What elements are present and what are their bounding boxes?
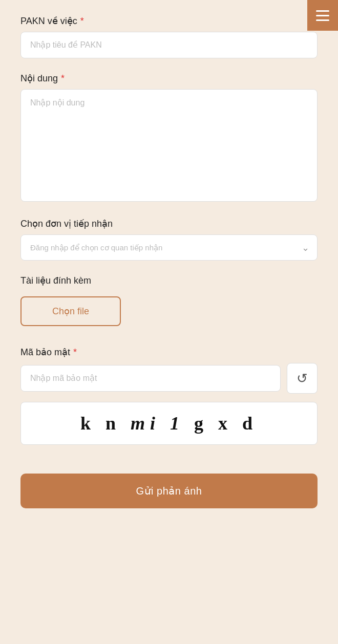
security-input-row: ↺ [20, 363, 318, 394]
noidung-textarea[interactable] [20, 89, 318, 202]
donvi-label: Chọn đơn vị tiếp nhận [20, 218, 318, 229]
noidung-required-star: * [61, 73, 65, 84]
submit-button[interactable]: Gửi phản ánh [20, 474, 318, 508]
hamburger-line-3 [316, 19, 329, 21]
refresh-captcha-button[interactable]: ↺ [287, 363, 318, 394]
captcha-char-mi: mi [131, 413, 170, 434]
attachment-section: Tài liệu đính kèm Chọn file [20, 275, 318, 326]
page-container: PAKN về việc * Nội dung * Chọn đơn vị ti… [0, 0, 338, 644]
noidung-section: Nội dung * [20, 73, 318, 204]
tailieu-label: Tài liệu đính kèm [20, 275, 318, 286]
security-section: Mã bảo mật * ↺ k n mi 1 g x d [20, 347, 318, 445]
noidung-label: Nội dung * [20, 73, 318, 84]
captcha-display: k n mi 1 g x d [20, 402, 318, 445]
captcha-char-d: d [242, 413, 258, 434]
captcha-char-1: 1 [170, 413, 194, 434]
captcha-char-x: x [218, 413, 242, 434]
pakn-section: PAKN về việc * [20, 15, 318, 58]
pakn-input[interactable] [20, 32, 318, 58]
security-code-input[interactable] [20, 365, 281, 392]
captcha-char-n: n [105, 413, 131, 434]
hamburger-line-1 [316, 10, 329, 12]
donvi-select-wrapper: Đăng nhập để chọn cơ quan tiếp nhận ⌄ [20, 234, 318, 261]
donvi-section: Chọn đơn vị tiếp nhận Đăng nhập để chọn … [20, 218, 318, 261]
captcha-char-g: g [194, 413, 218, 434]
refresh-icon: ↺ [297, 371, 308, 387]
hamburger-line-2 [316, 15, 329, 16]
donvi-select[interactable]: Đăng nhập để chọn cơ quan tiếp nhận [20, 234, 318, 261]
hamburger-menu-button[interactable] [307, 0, 338, 31]
pakn-label: PAKN về việc * [20, 15, 318, 27]
pakn-required-star: * [80, 16, 84, 27]
captcha-char-k: k [80, 413, 105, 434]
mabaomat-label: Mã bảo mật * [20, 347, 318, 358]
choose-file-button[interactable]: Chọn file [20, 296, 121, 326]
mabaomat-required-star: * [73, 347, 77, 358]
